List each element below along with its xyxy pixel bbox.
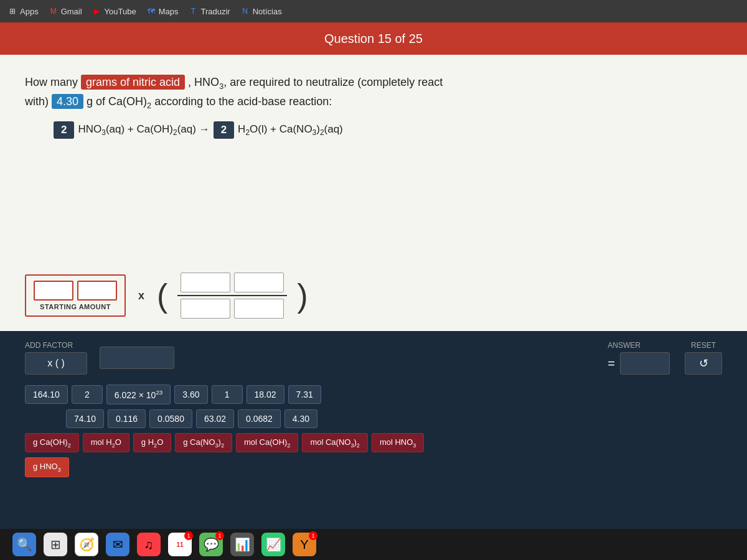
dock-calendar[interactable]: 11 1 <box>168 533 192 556</box>
q-prefix: How many <box>25 76 81 88</box>
tile-2[interactable]: 2 <box>72 385 103 404</box>
dock-finder[interactable]: 🔍 <box>12 533 36 556</box>
dock-messages[interactable]: 💬 1 <box>199 533 223 556</box>
apps-icon: ⊞ <box>7 6 17 16</box>
bottom-panel: ADD FACTOR x ( ) ANSWER = RESET ↺ 164.10 <box>0 331 747 530</box>
starting-box-row <box>34 281 117 301</box>
tile-0-0682[interactable]: 0.0682 <box>238 409 281 428</box>
tile-1[interactable]: 1 <box>212 385 243 404</box>
tile-164-10[interactable]: 164.10 <box>25 385 68 404</box>
right-paren: ) <box>297 279 308 312</box>
factor-area: STARTING AMOUNT x ( ) <box>0 266 747 331</box>
controls-row: ADD FACTOR x ( ) ANSWER = RESET ↺ <box>25 341 722 375</box>
starting-input-2[interactable] <box>77 281 117 301</box>
fraction-bottom-left[interactable] <box>181 299 230 319</box>
youtube-label: YouTube <box>105 7 136 16</box>
question-header: Question 15 of 25 <box>0 22 747 55</box>
tile-avogadro[interactable]: 6.022 × 1023 <box>106 385 171 404</box>
translate-nav[interactable]: T Traduzir <box>188 6 230 16</box>
dock-app5[interactable]: 📊 <box>230 533 254 556</box>
dock-launchpad[interactable]: ⊞ <box>44 533 67 556</box>
add-factor-section: ADD FACTOR x ( ) <box>25 341 87 375</box>
q-mid1: , HNO3, are required to neutralize (comp… <box>188 76 443 88</box>
dock-safari[interactable]: 🧭 <box>75 533 98 556</box>
left-paren: ( <box>157 279 167 312</box>
translate-label: Traduzir <box>200 7 230 16</box>
starting-amount-label: STARTING AMOUNT <box>40 303 111 310</box>
reactants-text: HNO3(aq) + Ca(OH)2(aq) → <box>78 123 209 137</box>
news-nav[interactable]: N Notícias <box>240 6 282 16</box>
unit-tiles-row2: g HNO3 <box>25 457 722 477</box>
dock-mail[interactable]: ✉ <box>106 533 129 556</box>
dock-music[interactable]: ♫ <box>137 533 161 556</box>
gmail-label: Gmail <box>61 7 82 16</box>
browser-bar: ⊞ Apps M Gmail ▶ YouTube 🗺 Maps T Traduz… <box>0 0 747 22</box>
question-text: How many grams of nitric acid , HNO3, ar… <box>25 73 722 111</box>
highlight-nitric-acid: grams of nitric acid <box>81 75 185 90</box>
gmail-icon: M <box>49 6 59 16</box>
fraction-bottom-right[interactable] <box>234 299 284 319</box>
fraction-top-row <box>181 273 284 292</box>
youtube-nav[interactable]: ▶ YouTube <box>92 6 136 16</box>
fraction-line <box>177 295 287 296</box>
unit-mol-h2o[interactable]: mol H2O <box>83 433 129 453</box>
tile-0-116[interactable]: 0.116 <box>108 409 146 428</box>
q-line2-prefix: with) <box>25 95 52 108</box>
fraction-top-left[interactable] <box>181 273 230 292</box>
dock-app7[interactable]: Y 1 <box>293 533 316 556</box>
q-line2-mid: g of Ca(OH)2 according to the acid-base … <box>87 95 332 108</box>
answer-label: ANSWER <box>608 341 641 350</box>
unit-g-ca-oh2[interactable]: g Ca(OH)2 <box>25 433 79 453</box>
maps-label: Maps <box>159 7 179 16</box>
unit-mol-hno3[interactable]: mol HNO3 <box>372 433 425 453</box>
tile-18-02[interactable]: 18.02 <box>247 385 284 404</box>
products-text: H2O(l) + Ca(NO3)2(aq) <box>238 123 343 137</box>
gmail-nav[interactable]: M Gmail <box>49 6 82 16</box>
answer-section: ANSWER = <box>608 341 670 375</box>
unit-g-ca-no3-2[interactable]: g Ca(NO3)2 <box>175 433 232 453</box>
equation-line: 2 HNO3(aq) + Ca(OH)2(aq) → 2 H2O(l) + Ca… <box>25 121 722 139</box>
equals-sign: = <box>608 357 615 371</box>
unit-g-hno3[interactable]: g HNO3 <box>25 457 69 477</box>
news-icon: N <box>240 6 250 16</box>
tile-3-60[interactable]: 3.60 <box>174 385 207 404</box>
question-title: Question 15 of 25 <box>324 32 423 46</box>
starting-amount-group: STARTING AMOUNT <box>25 274 126 317</box>
tile-63-02[interactable]: 63.02 <box>196 409 234 428</box>
apps-nav[interactable]: ⊞ Apps <box>7 6 39 16</box>
add-factor-button[interactable]: x ( ) <box>25 352 87 375</box>
unit-g-h2o[interactable]: g H2O <box>133 433 171 453</box>
unit-mol-ca-oh2[interactable]: mol Ca(OH)2 <box>236 433 298 453</box>
fraction-bottom-row <box>181 299 284 319</box>
dock-app6[interactable]: 📈 <box>261 533 285 556</box>
highlight-4-30: 4.30 <box>52 94 83 109</box>
apps-label: Apps <box>20 7 39 16</box>
multiply-symbol: x <box>138 289 144 302</box>
maps-nav[interactable]: 🗺 Maps <box>146 6 179 16</box>
starting-input-1[interactable] <box>34 281 73 301</box>
reset-icon: ↺ <box>699 357 708 370</box>
tile-4-30[interactable]: 4.30 <box>284 409 317 428</box>
fraction-group <box>177 273 287 319</box>
unit-tiles-row1: g Ca(OH)2 mol H2O g H2O g Ca(NO3)2 mol C… <box>25 433 722 453</box>
youtube-icon: ▶ <box>92 6 102 16</box>
fraction-top-right[interactable] <box>234 273 284 292</box>
translate-icon: T <box>188 6 198 16</box>
news-label: Notícias <box>253 7 282 16</box>
maps-icon: 🗺 <box>146 6 156 16</box>
number-tiles-row1: 164.10 2 6.022 × 1023 3.60 1 18.02 7.31 <box>25 385 722 404</box>
answer-input[interactable] <box>620 352 670 375</box>
add-factor-label: ADD FACTOR <box>25 341 87 350</box>
expression-input[interactable] <box>100 347 174 369</box>
reset-section: RESET ↺ <box>685 341 722 375</box>
tile-7-31[interactable]: 7.31 <box>288 385 321 404</box>
coeff2-box: 2 <box>214 121 234 139</box>
answer-box: = <box>608 352 670 375</box>
coeff1-box: 2 <box>54 121 74 139</box>
reset-label: RESET <box>691 341 716 350</box>
tile-74-10[interactable]: 74.10 <box>66 409 104 428</box>
reset-button[interactable]: ↺ <box>685 352 722 375</box>
tile-0-0580[interactable]: 0.0580 <box>149 409 192 428</box>
taskbar: 🔍 ⊞ 🧭 ✉ ♫ 11 1 💬 1 📊 📈 Y 1 <box>0 529 747 560</box>
unit-mol-ca-no3-2[interactable]: mol Ca(NO3)2 <box>302 433 367 453</box>
